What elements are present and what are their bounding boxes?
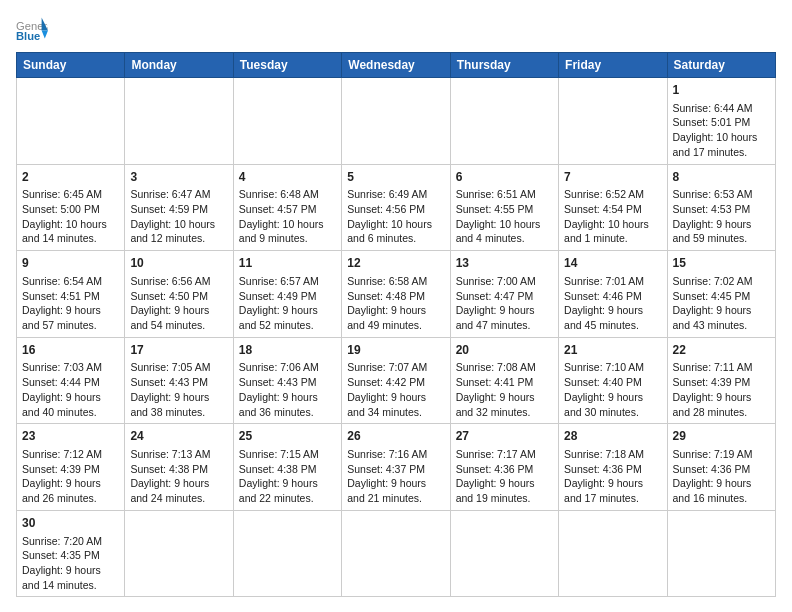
day-info: Sunrise: 7:01 AM Sunset: 4:46 PM Dayligh… [564,274,661,333]
day-number: 22 [673,342,770,359]
day-info: Sunrise: 7:08 AM Sunset: 4:41 PM Dayligh… [456,360,553,419]
day-info: Sunrise: 7:20 AM Sunset: 4:35 PM Dayligh… [22,534,119,593]
day-number: 8 [673,169,770,186]
day-cell: 26Sunrise: 7:16 AM Sunset: 4:37 PM Dayli… [342,424,450,511]
day-cell: 25Sunrise: 7:15 AM Sunset: 4:38 PM Dayli… [233,424,341,511]
day-number: 5 [347,169,444,186]
day-number: 4 [239,169,336,186]
day-cell: 10Sunrise: 6:56 AM Sunset: 4:50 PM Dayli… [125,251,233,338]
day-number: 15 [673,255,770,272]
day-cell: 15Sunrise: 7:02 AM Sunset: 4:45 PM Dayli… [667,251,775,338]
day-cell: 3Sunrise: 6:47 AM Sunset: 4:59 PM Daylig… [125,164,233,251]
day-number: 13 [456,255,553,272]
day-cell [342,78,450,165]
calendar-table: SundayMondayTuesdayWednesdayThursdayFrid… [16,52,776,597]
day-cell: 6Sunrise: 6:51 AM Sunset: 4:55 PM Daylig… [450,164,558,251]
header: General Blue [16,16,776,44]
day-number: 7 [564,169,661,186]
header-day-thursday: Thursday [450,53,558,78]
day-cell: 16Sunrise: 7:03 AM Sunset: 4:44 PM Dayli… [17,337,125,424]
header-day-sunday: Sunday [17,53,125,78]
day-number: 24 [130,428,227,445]
calendar-header-row: SundayMondayTuesdayWednesdayThursdayFrid… [17,53,776,78]
day-cell: 22Sunrise: 7:11 AM Sunset: 4:39 PM Dayli… [667,337,775,424]
day-cell: 23Sunrise: 7:12 AM Sunset: 4:39 PM Dayli… [17,424,125,511]
day-cell [559,510,667,597]
day-number: 14 [564,255,661,272]
day-number: 10 [130,255,227,272]
header-day-saturday: Saturday [667,53,775,78]
day-cell: 12Sunrise: 6:58 AM Sunset: 4:48 PM Dayli… [342,251,450,338]
day-number: 20 [456,342,553,359]
day-cell [559,78,667,165]
day-cell: 9Sunrise: 6:54 AM Sunset: 4:51 PM Daylig… [17,251,125,338]
day-number: 11 [239,255,336,272]
day-cell: 4Sunrise: 6:48 AM Sunset: 4:57 PM Daylig… [233,164,341,251]
day-info: Sunrise: 7:15 AM Sunset: 4:38 PM Dayligh… [239,447,336,506]
day-info: Sunrise: 7:00 AM Sunset: 4:47 PM Dayligh… [456,274,553,333]
day-number: 2 [22,169,119,186]
day-cell: 21Sunrise: 7:10 AM Sunset: 4:40 PM Dayli… [559,337,667,424]
day-cell: 17Sunrise: 7:05 AM Sunset: 4:43 PM Dayli… [125,337,233,424]
header-day-friday: Friday [559,53,667,78]
day-info: Sunrise: 7:18 AM Sunset: 4:36 PM Dayligh… [564,447,661,506]
day-number: 1 [673,82,770,99]
day-number: 21 [564,342,661,359]
svg-text:Blue: Blue [16,30,40,42]
day-cell [17,78,125,165]
week-row-6: 30Sunrise: 7:20 AM Sunset: 4:35 PM Dayli… [17,510,776,597]
day-info: Sunrise: 7:05 AM Sunset: 4:43 PM Dayligh… [130,360,227,419]
day-cell: 1Sunrise: 6:44 AM Sunset: 5:01 PM Daylig… [667,78,775,165]
day-cell [125,78,233,165]
day-info: Sunrise: 7:19 AM Sunset: 4:36 PM Dayligh… [673,447,770,506]
day-info: Sunrise: 6:49 AM Sunset: 4:56 PM Dayligh… [347,187,444,246]
day-cell: 18Sunrise: 7:06 AM Sunset: 4:43 PM Dayli… [233,337,341,424]
day-number: 27 [456,428,553,445]
day-info: Sunrise: 6:51 AM Sunset: 4:55 PM Dayligh… [456,187,553,246]
day-info: Sunrise: 6:58 AM Sunset: 4:48 PM Dayligh… [347,274,444,333]
day-info: Sunrise: 7:03 AM Sunset: 4:44 PM Dayligh… [22,360,119,419]
header-day-wednesday: Wednesday [342,53,450,78]
day-info: Sunrise: 7:17 AM Sunset: 4:36 PM Dayligh… [456,447,553,506]
day-info: Sunrise: 7:13 AM Sunset: 4:38 PM Dayligh… [130,447,227,506]
logo: General Blue [16,16,48,44]
day-number: 3 [130,169,227,186]
day-number: 17 [130,342,227,359]
day-number: 30 [22,515,119,532]
day-number: 23 [22,428,119,445]
day-cell: 5Sunrise: 6:49 AM Sunset: 4:56 PM Daylig… [342,164,450,251]
day-number: 28 [564,428,661,445]
week-row-3: 9Sunrise: 6:54 AM Sunset: 4:51 PM Daylig… [17,251,776,338]
day-number: 19 [347,342,444,359]
day-cell: 8Sunrise: 6:53 AM Sunset: 4:53 PM Daylig… [667,164,775,251]
header-day-monday: Monday [125,53,233,78]
day-number: 9 [22,255,119,272]
day-cell: 11Sunrise: 6:57 AM Sunset: 4:49 PM Dayli… [233,251,341,338]
week-row-5: 23Sunrise: 7:12 AM Sunset: 4:39 PM Dayli… [17,424,776,511]
logo-icon: General Blue [16,16,48,44]
day-number: 29 [673,428,770,445]
day-number: 25 [239,428,336,445]
day-cell [450,78,558,165]
day-cell: 30Sunrise: 7:20 AM Sunset: 4:35 PM Dayli… [17,510,125,597]
day-number: 6 [456,169,553,186]
day-info: Sunrise: 6:47 AM Sunset: 4:59 PM Dayligh… [130,187,227,246]
day-number: 12 [347,255,444,272]
day-cell [450,510,558,597]
day-cell [342,510,450,597]
svg-marker-3 [42,30,48,38]
day-info: Sunrise: 6:52 AM Sunset: 4:54 PM Dayligh… [564,187,661,246]
day-cell: 2Sunrise: 6:45 AM Sunset: 5:00 PM Daylig… [17,164,125,251]
day-info: Sunrise: 7:11 AM Sunset: 4:39 PM Dayligh… [673,360,770,419]
day-cell: 14Sunrise: 7:01 AM Sunset: 4:46 PM Dayli… [559,251,667,338]
day-cell [233,510,341,597]
day-info: Sunrise: 6:44 AM Sunset: 5:01 PM Dayligh… [673,101,770,160]
day-info: Sunrise: 7:16 AM Sunset: 4:37 PM Dayligh… [347,447,444,506]
day-cell [125,510,233,597]
day-cell: 13Sunrise: 7:00 AM Sunset: 4:47 PM Dayli… [450,251,558,338]
day-info: Sunrise: 6:56 AM Sunset: 4:50 PM Dayligh… [130,274,227,333]
header-day-tuesday: Tuesday [233,53,341,78]
week-row-2: 2Sunrise: 6:45 AM Sunset: 5:00 PM Daylig… [17,164,776,251]
day-cell: 27Sunrise: 7:17 AM Sunset: 4:36 PM Dayli… [450,424,558,511]
day-cell: 24Sunrise: 7:13 AM Sunset: 4:38 PM Dayli… [125,424,233,511]
